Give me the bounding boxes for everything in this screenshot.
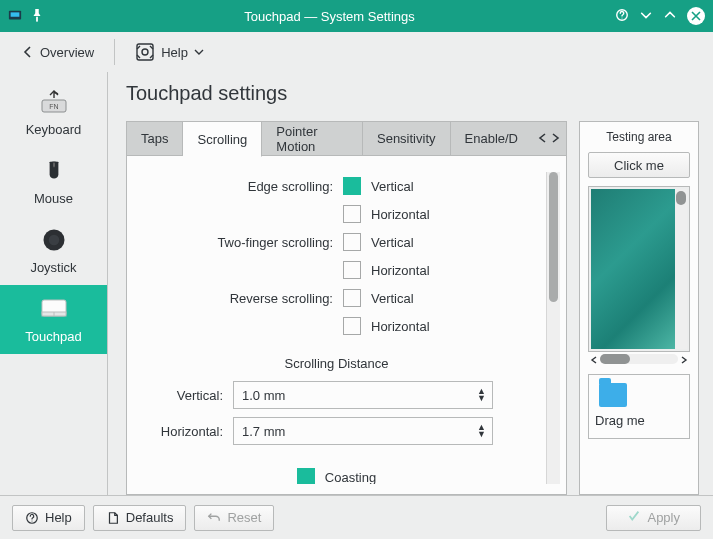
preview-vertical-scrollbar[interactable] [675, 189, 687, 349]
help-menu[interactable]: Help [135, 42, 204, 62]
sidebar-item-label: Touchpad [25, 329, 81, 344]
svg-point-10 [48, 235, 59, 246]
help-icon [25, 511, 39, 525]
undo-icon [207, 511, 221, 525]
drag-me-label: Drag me [595, 413, 645, 428]
keyboard-icon: FN [38, 86, 70, 118]
svg-rect-1 [11, 12, 20, 16]
form-scrollbar[interactable] [546, 172, 560, 484]
sidebar-item-label: Mouse [34, 191, 73, 206]
app-icon [8, 8, 22, 25]
help-icon[interactable] [615, 8, 629, 25]
checkbox-label: Coasting [325, 470, 376, 485]
checkbox-label: Horizontal [371, 319, 430, 334]
window-title: Touchpad — System Settings [44, 9, 615, 24]
scrolling-distance-heading: Scrolling Distance [133, 356, 540, 371]
checkbox-label: Horizontal [371, 207, 430, 222]
titlebar: Touchpad — System Settings [0, 0, 713, 32]
document-icon [106, 511, 120, 525]
check-icon [627, 509, 641, 526]
scrollbar-thumb[interactable] [549, 172, 558, 302]
reset-button[interactable]: Reset [194, 505, 274, 531]
footer: Help Defaults Reset Apply [0, 495, 713, 539]
tab-sensitivity[interactable]: Sensitivity [363, 122, 451, 156]
help-button[interactable]: Help [12, 505, 85, 531]
edge-vertical-checkbox[interactable] [343, 177, 361, 195]
scroll-right-icon[interactable] [680, 352, 688, 367]
tab-strip: Taps Scrolling Pointer Motion Sensitivit… [127, 122, 566, 156]
svg-point-3 [621, 17, 622, 18]
checkbox-label: Vertical [371, 235, 414, 250]
tab-taps[interactable]: Taps [127, 122, 183, 156]
svg-rect-8 [53, 163, 55, 167]
preview-area[interactable] [588, 186, 690, 352]
folder-icon[interactable] [599, 383, 627, 407]
touchpad-icon [38, 293, 70, 325]
sidebar-item-keyboard[interactable]: FN Keyboard [0, 78, 107, 147]
reverse-scrolling-label: Reverse scrolling: [133, 291, 333, 306]
chevron-left-icon [22, 46, 34, 58]
tab-scrolling[interactable]: Scrolling [183, 122, 262, 157]
svg-text:FN: FN [49, 103, 58, 110]
configure-icon [135, 42, 155, 62]
page-title: Touchpad settings [126, 82, 699, 105]
preview-horizontal-scrollbar[interactable] [600, 354, 678, 364]
click-me-button[interactable]: Click me [588, 152, 690, 178]
scrollbar-thumb[interactable] [676, 191, 686, 205]
scrollbar-thumb[interactable] [600, 354, 630, 364]
chevron-down-icon [194, 47, 204, 57]
horizontal-distance-label: Horizontal: [133, 424, 223, 439]
sidebar-item-touchpad[interactable]: Touchpad [0, 285, 107, 354]
horizontal-distance-spinner[interactable]: 1.7 mm ▲▼ [233, 417, 493, 445]
separator [114, 39, 115, 65]
two-finger-scrolling-label: Two-finger scrolling: [133, 235, 333, 250]
spinner-arrows-icon[interactable]: ▲▼ [477, 424, 486, 438]
minimize-icon[interactable] [639, 8, 653, 25]
preview-image [591, 189, 675, 349]
help-label: Help [161, 45, 188, 60]
tab-pointer-motion[interactable]: Pointer Motion [262, 122, 363, 156]
testing-area-title: Testing area [588, 130, 690, 144]
overview-label: Overview [40, 45, 94, 60]
coasting-checkbox[interactable] [297, 468, 315, 484]
scroll-left-icon[interactable] [590, 352, 598, 367]
tab-panel: Taps Scrolling Pointer Motion Sensitivit… [126, 121, 567, 495]
edge-horizontal-checkbox[interactable] [343, 205, 361, 223]
mouse-icon [38, 155, 70, 187]
twofinger-vertical-checkbox[interactable] [343, 233, 361, 251]
sidebar-item-joystick[interactable]: Joystick [0, 216, 107, 285]
testing-panel: Testing area Click me Drag me [579, 121, 699, 495]
vertical-distance-spinner[interactable]: 1.0 mm ▲▼ [233, 381, 493, 409]
checkbox-label: Vertical [371, 179, 414, 194]
tab-scroll-right-icon[interactable] [550, 131, 560, 146]
sidebar-item-label: Joystick [30, 260, 76, 275]
reverse-vertical-checkbox[interactable] [343, 289, 361, 307]
reverse-horizontal-checkbox[interactable] [343, 317, 361, 335]
defaults-button[interactable]: Defaults [93, 505, 187, 531]
joystick-icon [38, 224, 70, 256]
drag-area[interactable]: Drag me [588, 374, 690, 439]
tab-enable-disable[interactable]: Enable/D [451, 122, 532, 156]
apply-button[interactable]: Apply [606, 505, 701, 531]
spinner-value: 1.0 mm [242, 388, 285, 403]
twofinger-horizontal-checkbox[interactable] [343, 261, 361, 279]
overview-button[interactable]: Overview [22, 45, 94, 60]
checkbox-label: Horizontal [371, 263, 430, 278]
vertical-distance-label: Vertical: [133, 388, 223, 403]
topbar: Overview Help [0, 32, 713, 72]
edge-scrolling-label: Edge scrolling: [133, 179, 333, 194]
form-content: Edge scrolling: Vertical Horizontal Two-… [133, 172, 546, 484]
pin-icon[interactable] [30, 8, 44, 25]
close-icon[interactable] [687, 7, 705, 25]
spinner-arrows-icon[interactable]: ▲▼ [477, 388, 486, 402]
svg-point-15 [31, 520, 32, 521]
maximize-icon[interactable] [663, 8, 677, 25]
sidebar-item-label: Keyboard [26, 122, 82, 137]
svg-point-5 [142, 49, 148, 55]
spinner-value: 1.7 mm [242, 424, 285, 439]
sidebar: FN Keyboard Mouse Joystick Touchpad [0, 72, 107, 495]
tab-scroll-left-icon[interactable] [538, 131, 548, 146]
checkbox-label: Vertical [371, 291, 414, 306]
sidebar-item-mouse[interactable]: Mouse [0, 147, 107, 216]
